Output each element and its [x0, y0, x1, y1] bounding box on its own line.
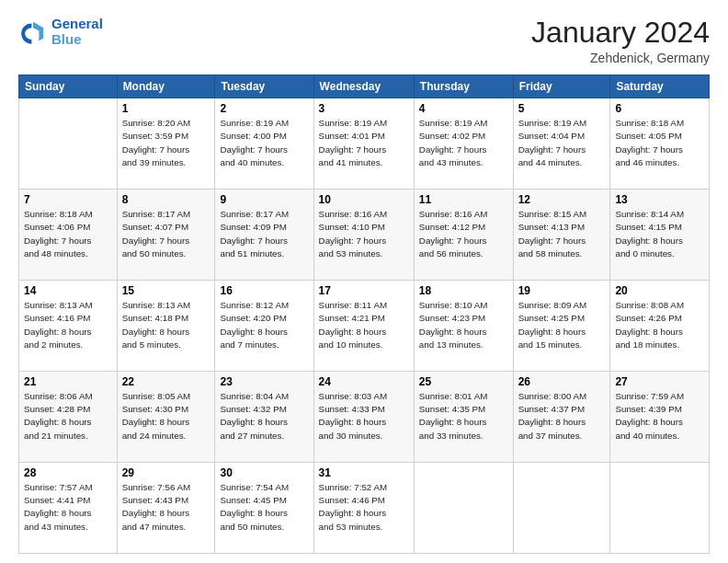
calendar-week-4: 28Sunrise: 7:57 AMSunset: 4:41 PMDayligh…: [19, 463, 710, 554]
day-info: Sunrise: 8:08 AMSunset: 4:26 PMDaylight:…: [615, 299, 704, 351]
day-info: Sunrise: 8:11 AMSunset: 4:21 PMDaylight:…: [319, 299, 409, 351]
day-number: 24: [319, 375, 409, 388]
calendar-cell: 14Sunrise: 8:13 AMSunset: 4:16 PMDayligh…: [19, 281, 118, 372]
calendar-cell: 5Sunrise: 8:19 AMSunset: 4:04 PMDaylight…: [513, 98, 610, 190]
calendar-cell: 18Sunrise: 8:10 AMSunset: 4:23 PMDayligh…: [414, 281, 513, 372]
day-info: Sunrise: 8:13 AMSunset: 4:16 PMDaylight:…: [24, 299, 112, 351]
calendar-cell: 27Sunrise: 7:59 AMSunset: 4:39 PMDayligh…: [610, 372, 710, 463]
day-info: Sunrise: 7:56 AMSunset: 4:43 PMDaylight:…: [122, 481, 210, 534]
header: General Blue January 2024 Zehdenick, Ger…: [18, 17, 710, 65]
calendar-week-0: 1Sunrise: 8:20 AMSunset: 3:59 PMDaylight…: [19, 98, 710, 190]
calendar-table: SundayMondayTuesdayWednesdayThursdayFrid…: [18, 75, 710, 554]
calendar-cell: 25Sunrise: 8:01 AMSunset: 4:35 PMDayligh…: [414, 372, 513, 463]
calendar-cell: 16Sunrise: 8:12 AMSunset: 4:20 PMDayligh…: [215, 281, 313, 372]
calendar-cell: 22Sunrise: 8:05 AMSunset: 4:30 PMDayligh…: [117, 372, 215, 463]
day-number: 17: [319, 284, 409, 297]
day-info: Sunrise: 8:05 AMSunset: 4:30 PMDaylight:…: [122, 390, 210, 442]
calendar-cell: [414, 463, 513, 554]
calendar-cell: 1Sunrise: 8:20 AMSunset: 3:59 PMDaylight…: [117, 98, 215, 190]
calendar-cell: 9Sunrise: 8:17 AMSunset: 4:09 PMDaylight…: [215, 190, 313, 281]
day-info: Sunrise: 8:20 AMSunset: 3:59 PMDaylight:…: [122, 117, 210, 169]
calendar-cell: 20Sunrise: 8:08 AMSunset: 4:26 PMDayligh…: [610, 281, 710, 372]
calendar-cell: [19, 98, 118, 190]
day-number: 27: [615, 375, 704, 388]
day-info: Sunrise: 8:17 AMSunset: 4:09 PMDaylight:…: [220, 208, 308, 260]
day-number: 11: [419, 193, 508, 206]
day-number: 31: [319, 466, 409, 479]
day-info: Sunrise: 8:16 AMSunset: 4:10 PMDaylight:…: [319, 208, 409, 260]
day-info: Sunrise: 8:14 AMSunset: 4:15 PMDaylight:…: [615, 208, 704, 260]
calendar-cell: 24Sunrise: 8:03 AMSunset: 4:33 PMDayligh…: [313, 372, 414, 463]
calendar-body: 1Sunrise: 8:20 AMSunset: 3:59 PMDaylight…: [19, 98, 710, 554]
day-info: Sunrise: 8:04 AMSunset: 4:32 PMDaylight:…: [220, 390, 308, 442]
day-number: 16: [220, 284, 308, 297]
calendar-header-sunday: Sunday: [19, 75, 118, 98]
day-number: 20: [615, 284, 704, 297]
calendar-cell: 6Sunrise: 8:18 AMSunset: 4:05 PMDaylight…: [610, 98, 710, 190]
calendar-week-2: 14Sunrise: 8:13 AMSunset: 4:16 PMDayligh…: [19, 281, 710, 372]
day-info: Sunrise: 7:52 AMSunset: 4:46 PMDaylight:…: [319, 481, 409, 534]
day-number: 14: [24, 284, 112, 297]
day-number: 19: [518, 284, 606, 297]
day-info: Sunrise: 7:57 AMSunset: 4:41 PMDaylight:…: [24, 481, 112, 534]
day-number: 1: [122, 102, 210, 115]
calendar-header-saturday: Saturday: [610, 75, 710, 98]
calendar-cell: 4Sunrise: 8:19 AMSunset: 4:02 PMDaylight…: [414, 98, 513, 190]
day-number: 10: [319, 193, 409, 206]
calendar-cell: 21Sunrise: 8:06 AMSunset: 4:28 PMDayligh…: [19, 372, 118, 463]
day-info: Sunrise: 7:59 AMSunset: 4:39 PMDaylight:…: [615, 390, 704, 442]
calendar-cell: 10Sunrise: 8:16 AMSunset: 4:10 PMDayligh…: [313, 190, 414, 281]
calendar-cell: 11Sunrise: 8:16 AMSunset: 4:12 PMDayligh…: [414, 190, 513, 281]
day-number: 8: [122, 193, 210, 206]
calendar-cell: 31Sunrise: 7:52 AMSunset: 4:46 PMDayligh…: [313, 463, 414, 554]
day-number: 12: [518, 193, 606, 206]
calendar-cell: 3Sunrise: 8:19 AMSunset: 4:01 PMDaylight…: [313, 98, 414, 190]
day-number: 3: [319, 102, 409, 115]
calendar-header-tuesday: Tuesday: [215, 75, 313, 98]
day-number: 21: [24, 375, 112, 388]
day-number: 18: [419, 284, 508, 297]
day-number: 13: [615, 193, 704, 206]
day-info: Sunrise: 8:00 AMSunset: 4:37 PMDaylight:…: [518, 390, 606, 442]
day-info: Sunrise: 8:19 AMSunset: 4:01 PMDaylight:…: [319, 117, 409, 169]
day-number: 6: [615, 102, 704, 115]
day-info: Sunrise: 8:19 AMSunset: 4:00 PMDaylight:…: [220, 117, 308, 169]
day-info: Sunrise: 8:18 AMSunset: 4:05 PMDaylight:…: [615, 117, 704, 169]
header-row: SundayMondayTuesdayWednesdayThursdayFrid…: [19, 75, 710, 98]
day-number: 2: [220, 102, 308, 115]
calendar-cell: 15Sunrise: 8:13 AMSunset: 4:18 PMDayligh…: [117, 281, 215, 372]
calendar-cell: 28Sunrise: 7:57 AMSunset: 4:41 PMDayligh…: [19, 463, 118, 554]
calendar-header-friday: Friday: [513, 75, 610, 98]
calendar-cell: 19Sunrise: 8:09 AMSunset: 4:25 PMDayligh…: [513, 281, 610, 372]
day-number: 4: [419, 102, 508, 115]
calendar-cell: 30Sunrise: 7:54 AMSunset: 4:45 PMDayligh…: [215, 463, 313, 554]
day-number: 23: [220, 375, 308, 388]
subtitle: Zehdenick, Germany: [531, 51, 710, 65]
calendar-cell: 17Sunrise: 8:11 AMSunset: 4:21 PMDayligh…: [313, 281, 414, 372]
page: General Blue January 2024 Zehdenick, Ger…: [0, 0, 728, 563]
calendar-cell: 23Sunrise: 8:04 AMSunset: 4:32 PMDayligh…: [215, 372, 313, 463]
calendar-cell: 7Sunrise: 8:18 AMSunset: 4:06 PMDaylight…: [19, 190, 118, 281]
day-info: Sunrise: 8:10 AMSunset: 4:23 PMDaylight:…: [419, 299, 508, 351]
title-block: January 2024 Zehdenick, Germany: [531, 17, 710, 65]
day-info: Sunrise: 8:18 AMSunset: 4:06 PMDaylight:…: [24, 208, 112, 260]
main-title: January 2024: [531, 17, 710, 49]
day-number: 22: [122, 375, 210, 388]
day-info: Sunrise: 8:13 AMSunset: 4:18 PMDaylight:…: [122, 299, 210, 351]
day-info: Sunrise: 8:01 AMSunset: 4:35 PMDaylight:…: [419, 390, 508, 442]
day-number: 30: [220, 466, 308, 479]
calendar-header: SundayMondayTuesdayWednesdayThursdayFrid…: [19, 75, 710, 98]
day-number: 28: [24, 466, 112, 479]
day-info: Sunrise: 8:03 AMSunset: 4:33 PMDaylight:…: [319, 390, 409, 442]
day-number: 15: [122, 284, 210, 297]
day-info: Sunrise: 7:54 AMSunset: 4:45 PMDaylight:…: [220, 481, 308, 534]
calendar-header-monday: Monday: [117, 75, 215, 98]
day-number: 5: [518, 102, 606, 115]
logo-text-blue: Blue: [51, 32, 103, 48]
day-number: 26: [518, 375, 606, 388]
day-number: 29: [122, 466, 210, 479]
calendar-cell: 26Sunrise: 8:00 AMSunset: 4:37 PMDayligh…: [513, 372, 610, 463]
calendar-cell: 2Sunrise: 8:19 AMSunset: 4:00 PMDaylight…: [215, 98, 313, 190]
day-info: Sunrise: 8:19 AMSunset: 4:04 PMDaylight:…: [518, 117, 606, 169]
calendar-cell: 12Sunrise: 8:15 AMSunset: 4:13 PMDayligh…: [513, 190, 610, 281]
